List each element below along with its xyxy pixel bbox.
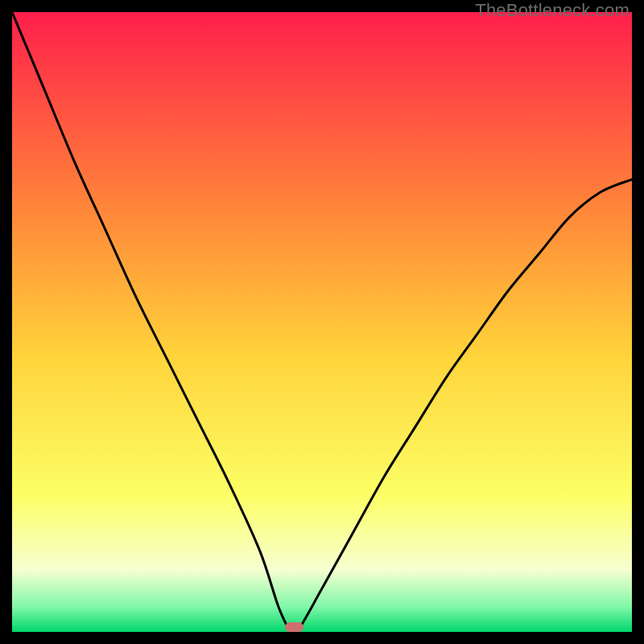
watermark-text: TheBottleneck.com bbox=[475, 0, 630, 21]
gradient-background bbox=[12, 12, 632, 632]
bottleneck-chart bbox=[12, 12, 632, 632]
optimal-marker bbox=[285, 622, 303, 632]
